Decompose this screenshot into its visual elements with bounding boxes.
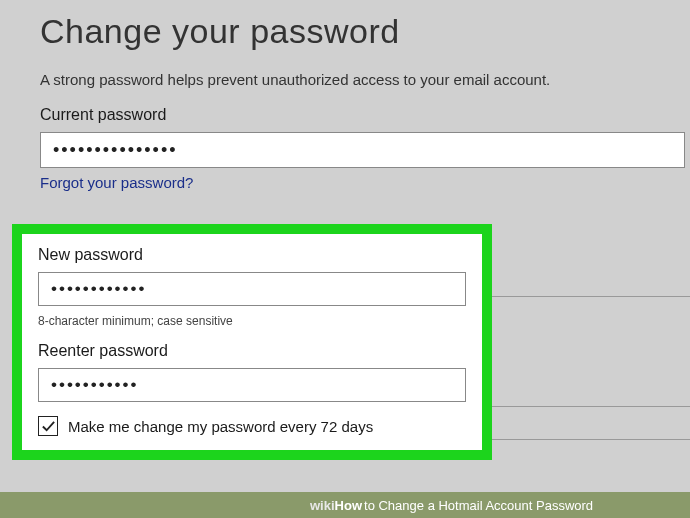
current-password-input[interactable]: ••••••••••••••• [40, 132, 685, 168]
reenter-password-input[interactable]: ••••••••••• [38, 368, 466, 402]
checkmark-icon [41, 419, 56, 434]
caption-text: to Change a Hotmail Account Password [364, 498, 593, 513]
caption-brand-wiki: wiki [310, 498, 335, 513]
password-hint: 8-character minimum; case sensitive [38, 314, 466, 328]
forgot-password-link[interactable]: Forgot your password? [40, 174, 193, 191]
current-password-label: Current password [40, 106, 650, 124]
change-every-72-checkbox[interactable] [38, 416, 58, 436]
caption-brand-how: How [335, 498, 362, 513]
new-password-input[interactable]: •••••••••••• [38, 272, 466, 306]
checkbox-label: Make me change my password every 72 days [68, 418, 373, 435]
subtitle-text: A strong password helps prevent unauthor… [40, 71, 650, 88]
highlighted-section: New password •••••••••••• 8-character mi… [12, 224, 492, 460]
page-title: Change your password [40, 12, 650, 51]
caption-bar: wikiHow to Change a Hotmail Account Pass… [0, 492, 690, 518]
reenter-password-label: Reenter password [38, 342, 466, 360]
new-password-label: New password [38, 246, 466, 264]
